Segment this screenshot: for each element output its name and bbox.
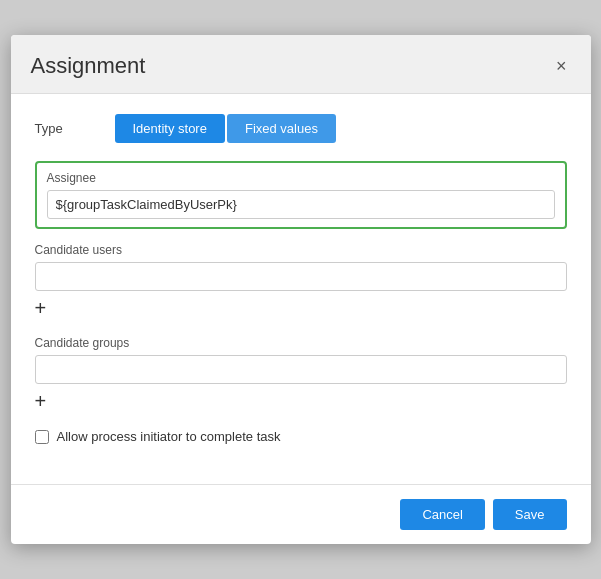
allow-initiator-label: Allow process initiator to complete task: [57, 429, 281, 444]
add-candidate-users-button[interactable]: +: [35, 295, 47, 322]
candidate-users-label: Candidate users: [35, 243, 567, 257]
assignment-dialog: Assignment × Type Identity store Fixed v…: [11, 35, 591, 544]
cancel-button[interactable]: Cancel: [400, 499, 484, 530]
assignee-section: Assignee: [35, 161, 567, 229]
allow-initiator-checkbox[interactable]: [35, 430, 49, 444]
candidate-users-input[interactable]: [35, 262, 567, 291]
allow-initiator-row: Allow process initiator to complete task: [35, 429, 567, 444]
assignee-label: Assignee: [47, 171, 555, 185]
close-button[interactable]: ×: [552, 57, 571, 75]
add-candidate-groups-button[interactable]: +: [35, 388, 47, 415]
candidate-groups-section: Candidate groups +: [35, 336, 567, 415]
candidate-users-section: Candidate users +: [35, 243, 567, 322]
candidate-groups-input[interactable]: [35, 355, 567, 384]
tab-identity-store[interactable]: Identity store: [115, 114, 225, 143]
assignee-input[interactable]: [47, 190, 555, 219]
dialog-body: Type Identity store Fixed values Assigne…: [11, 94, 591, 484]
dialog-header: Assignment ×: [11, 35, 591, 94]
save-button[interactable]: Save: [493, 499, 567, 530]
candidate-groups-label: Candidate groups: [35, 336, 567, 350]
type-row: Type Identity store Fixed values: [35, 114, 567, 143]
dialog-title: Assignment: [31, 53, 146, 79]
tab-fixed-values[interactable]: Fixed values: [227, 114, 336, 143]
type-label: Type: [35, 121, 95, 136]
tab-group: Identity store Fixed values: [115, 114, 336, 143]
dialog-footer: Cancel Save: [11, 484, 591, 544]
